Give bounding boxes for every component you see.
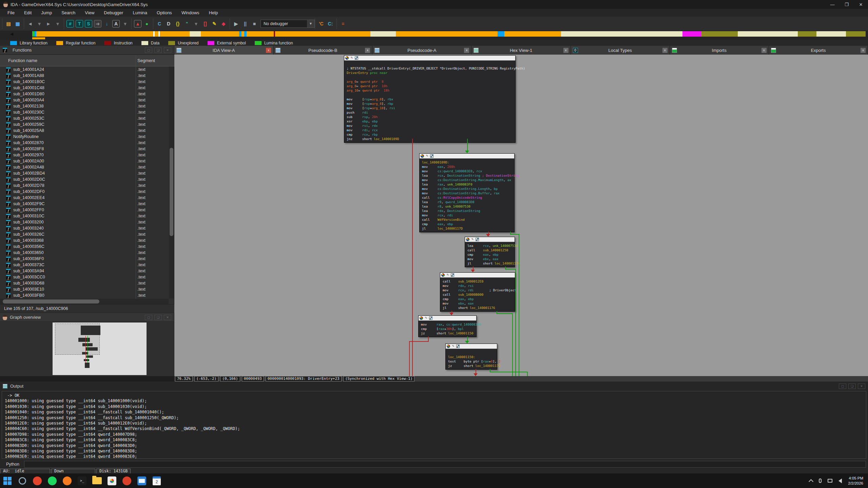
jump-icon[interactable]: ↓ xyxy=(103,20,111,27)
block-group-icon[interactable]: ▞ xyxy=(430,154,433,158)
function-row[interactable]: fsub_140003A94.text xyxy=(0,268,169,274)
block-edit-icon[interactable]: ✎ xyxy=(451,345,455,348)
block-title-bar[interactable]: ✎▞ xyxy=(440,273,515,278)
tab-close-icon[interactable]: x xyxy=(266,48,271,53)
terminal-icon[interactable]: >_ xyxy=(75,473,90,488)
menu-options[interactable]: Options xyxy=(152,9,177,16)
forward-icon[interactable]: ► xyxy=(45,20,52,27)
panel-restore-button[interactable]: ▢ xyxy=(839,384,846,389)
quick-compile-icon[interactable]: 'C xyxy=(317,20,325,27)
calendar-icon[interactable]: 2 xyxy=(149,473,164,488)
panel-restore-button[interactable]: ▢ xyxy=(145,47,152,53)
patch-icon[interactable]: ◆ xyxy=(220,20,227,27)
function-row[interactable]: fsub_1400025A8.text xyxy=(0,128,169,134)
block-group-icon[interactable]: ▞ xyxy=(355,56,358,60)
block-call-sub-14000b000[interactable]: ✎▞call sub_1400012E0mov rdx, rsimov rcx,… xyxy=(440,272,515,312)
block-title-bar[interactable]: ✎▞ xyxy=(419,316,476,321)
tab-hex-view-1[interactable]: Hex View-1x xyxy=(471,46,571,55)
python-input[interactable] xyxy=(24,461,866,468)
block-edit-icon[interactable]: ✎ xyxy=(471,238,474,241)
block-edit-icon[interactable]: ✎ xyxy=(424,316,428,320)
tab-close-icon[interactable]: x xyxy=(365,48,370,53)
function-row[interactable]: fsub_1400020A4.text xyxy=(0,97,169,103)
column-segment[interactable]: Segment xyxy=(137,58,155,63)
function-row[interactable]: fsub_140002EE4.text xyxy=(0,195,169,201)
block-group-icon[interactable]: ▞ xyxy=(456,345,460,348)
make-data-icon[interactable]: D xyxy=(165,20,172,27)
microphone-icon[interactable] xyxy=(819,479,822,483)
tab-close-icon[interactable]: x xyxy=(563,48,568,53)
functions-vertical-scrollbar[interactable] xyxy=(169,66,174,298)
debugger-select[interactable]: No debugger▼ xyxy=(261,20,315,28)
tab-close-icon[interactable]: x xyxy=(662,48,668,53)
function-row[interactable]: fsub_14000356C.text xyxy=(0,243,169,250)
function-row[interactable]: fsub_140001C48.text xyxy=(0,85,169,91)
disassembly-graph-canvas[interactable]: ✎▞; NTSTATUS __stdcall DriverEntry(_DRIV… xyxy=(174,55,868,376)
function-row[interactable]: fsub_140003E10.text xyxy=(0,286,169,292)
function-row[interactable]: fsub_14000230C.text xyxy=(0,109,169,115)
taskbar-clock[interactable]: 4:05 PM 2/2/2026 xyxy=(848,476,863,486)
block-title-bar[interactable]: ✎▞ xyxy=(465,237,515,242)
tab-pseudocode-a[interactable]: Pseudocode-Ax xyxy=(372,46,471,55)
functions-horizontal-scrollbar[interactable] xyxy=(0,299,169,304)
block-color-icon[interactable] xyxy=(345,56,349,60)
block-title-bar[interactable]: ✎▞ xyxy=(344,56,515,61)
function-row[interactable]: fsub_140003CC0.text xyxy=(0,274,169,280)
tray-expand-icon[interactable] xyxy=(809,479,813,484)
tab-close-icon[interactable]: x xyxy=(761,48,767,53)
function-row[interactable]: fsub_140002FF0.text xyxy=(0,207,169,213)
function-row[interactable]: fsub_140003FB0.text xyxy=(0,292,169,298)
rename-icon[interactable]: ✎ xyxy=(211,20,218,27)
spotify-icon[interactable] xyxy=(45,473,60,488)
open-file-icon[interactable]: ▤ xyxy=(5,20,12,27)
brave-icon[interactable] xyxy=(30,473,45,488)
function-row[interactable]: fsub_14000373C.text xyxy=(0,262,169,268)
block-group-icon[interactable]: ▞ xyxy=(451,273,454,277)
block-edit-icon[interactable]: ✎ xyxy=(446,273,449,277)
tab-close-icon[interactable]: x xyxy=(464,48,469,53)
function-row[interactable]: fsub_140001B0C.text xyxy=(0,79,169,85)
tab-local-types[interactable]: 0Local Typesx xyxy=(571,46,670,55)
flowchart-icon[interactable]: ▲ xyxy=(134,20,141,27)
make-string-icon[interactable]: " xyxy=(183,20,191,27)
function-row[interactable]: fsub_140002970.text xyxy=(0,152,169,158)
block-color-icon[interactable] xyxy=(466,238,469,241)
navigation-band[interactable]: ◀ xyxy=(0,31,868,40)
function-row[interactable]: fNotifyRoutine.text xyxy=(0,134,169,140)
panel-restore-button[interactable]: ▢ xyxy=(145,315,152,320)
menu-file[interactable]: File xyxy=(3,9,19,16)
chevron-down-icon[interactable]: ▼ xyxy=(307,20,314,27)
volume-icon[interactable] xyxy=(838,479,842,483)
text-view-dropdown-icon[interactable]: ▾ xyxy=(121,20,129,27)
function-row[interactable]: fsub_1400028F8.text xyxy=(0,146,169,152)
functions-column-header[interactable]: Function name Segment xyxy=(0,55,174,66)
tab-imports[interactable]: Importsx xyxy=(670,46,769,55)
debugger-pause-icon[interactable]: || xyxy=(242,20,249,27)
block-loc-140001150[interactable]: ✎▞loc_140001150:test byte ptr [rax+8], 2… xyxy=(445,344,497,370)
block-color-icon[interactable] xyxy=(441,273,445,277)
make-code-icon[interactable]: C xyxy=(156,20,163,27)
debugger-stop-icon[interactable]: ■ xyxy=(251,20,258,27)
debugger-run-icon[interactable]: ▶ xyxy=(232,20,240,27)
band-scroll-left-icon[interactable]: ◀ xyxy=(10,32,13,36)
strings-icon[interactable]: S xyxy=(85,20,92,27)
function-row[interactable]: fsub_140002870.text xyxy=(0,140,169,146)
panel-float-button[interactable]: ❏ xyxy=(154,315,162,320)
mail-icon[interactable] xyxy=(134,473,149,488)
function-row[interactable]: fsub_140002BD4.text xyxy=(0,170,169,176)
function-row[interactable]: fsub_140002D78.text xyxy=(0,182,169,189)
tab-ida-view-a[interactable]: IDA View-Ax xyxy=(174,46,273,55)
compile-icon[interactable]: C: xyxy=(327,20,334,27)
menu-edit[interactable]: Edit xyxy=(19,9,36,16)
firefox-developer-icon[interactable] xyxy=(119,473,134,488)
block-edit-icon[interactable]: ✎ xyxy=(425,154,429,158)
panel-float-button[interactable]: ❏ xyxy=(154,47,162,53)
close-button[interactable]: ✕ xyxy=(854,0,868,9)
maximize-button[interactable]: ❐ xyxy=(840,0,854,9)
back-dropdown-icon[interactable]: ▾ xyxy=(36,20,43,27)
function-row[interactable]: fsub_14000326C.text xyxy=(0,231,169,237)
minimize-button[interactable]: — xyxy=(825,0,840,9)
function-row[interactable]: fsub_140002F9C.text xyxy=(0,201,169,207)
undefine-icon[interactable]: [] xyxy=(201,20,209,27)
function-row[interactable]: fsub_140003240.text xyxy=(0,225,169,231)
